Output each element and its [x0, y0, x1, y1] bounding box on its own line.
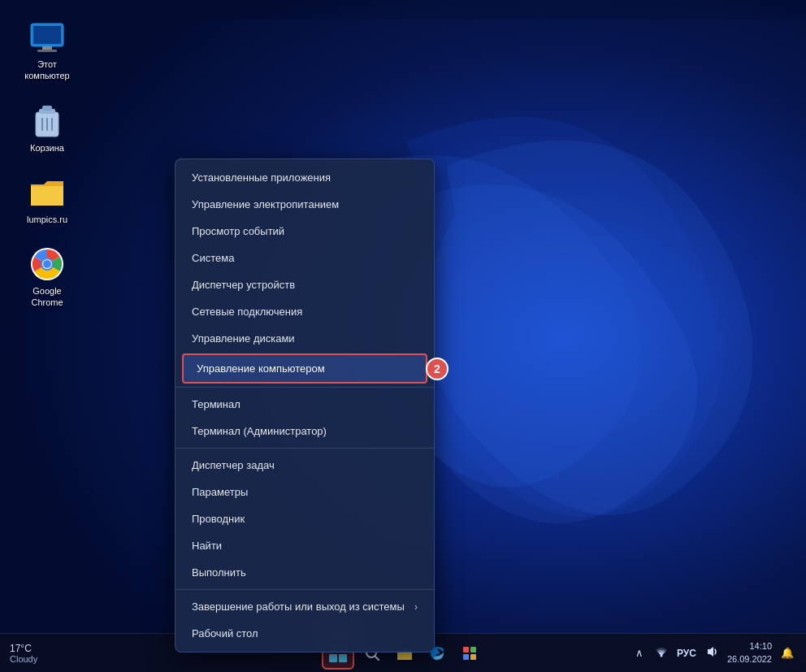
desktop-icon-google-chrome[interactable]: Google Chrome	[15, 243, 80, 312]
desktop-icon-lumpics[interactable]: lumpics.ru	[15, 171, 80, 228]
menu-divider-1	[176, 387, 434, 388]
menu-item-explorer[interactable]: Проводник	[176, 505, 434, 532]
clock-time: 14:10	[727, 640, 772, 652]
svg-rect-16	[470, 647, 476, 652]
menu-item-power-mgmt[interactable]: Управление электропитанием	[176, 191, 434, 218]
chrome-icon	[29, 246, 65, 282]
svg-rect-3	[42, 46, 52, 50]
svg-rect-18	[470, 654, 476, 660]
volume-tray-icon[interactable]	[703, 644, 721, 661]
context-menu: Установленные приложения Управление элек…	[175, 158, 435, 652]
menu-item-terminal[interactable]: Терминал	[176, 391, 434, 418]
clock-date: 26.09.2022	[727, 653, 772, 665]
menu-item-run[interactable]: Выполнить	[176, 559, 434, 586]
menu-divider-3	[176, 589, 434, 590]
svg-rect-17	[463, 654, 469, 660]
taskbar-right-area: ∧ РУС 14:10 26.09.2022	[633, 640, 796, 665]
weather-temp: 17°C	[10, 643, 32, 654]
desktop-icon-recycle-bin[interactable]: Корзина	[15, 100, 80, 157]
menu-item-network-connections[interactable]: Сетевые подключения	[176, 298, 434, 325]
menu-divider-2	[176, 448, 434, 449]
tray-expand-icon[interactable]: ∧	[633, 645, 646, 661]
taskbar-left: 17°C Cloudy	[10, 643, 42, 664]
language-indicator[interactable]: РУС	[677, 648, 696, 659]
weather-widget[interactable]: 17°C Cloudy	[10, 643, 37, 664]
network-tray-icon[interactable]	[652, 644, 670, 661]
menu-arrow-shutdown: ›	[414, 601, 418, 613]
desktop-icon-this-computer[interactable]: Этот компьютер	[15, 16, 80, 85]
svg-rect-4	[37, 50, 57, 52]
svg-point-11	[43, 260, 51, 268]
desktop: Этот компьютер Корзина lu	[0, 0, 806, 672]
menu-item-event-viewer[interactable]: Просмотр событий	[176, 218, 434, 245]
menu-item-terminal-admin[interactable]: Терминал (Администратор)	[176, 418, 434, 444]
svg-line-13	[375, 656, 379, 660]
desktop-icons-area: Этот компьютер Корзина lu	[15, 16, 80, 312]
menu-item-desktop[interactable]: Рабочий стол	[176, 620, 434, 647]
desktop-icon-label-this-computer: Этот компьютер	[18, 59, 76, 82]
computer-icon	[29, 20, 65, 55]
folder-icon	[29, 175, 65, 210]
svg-rect-2	[33, 26, 61, 44]
menu-item-disk-management[interactable]: Управление дисками	[176, 325, 434, 352]
menu-item-computer-management[interactable]: Управление компьютером	[182, 353, 427, 384]
svg-point-19	[660, 655, 662, 657]
apps-taskbar-button[interactable]	[455, 639, 484, 668]
desktop-icon-label-recycle-bin: Корзина	[30, 142, 64, 154]
system-clock[interactable]: 14:10 26.09.2022	[727, 640, 772, 665]
desktop-icon-label-google-chrome: Google Chrome	[18, 285, 76, 309]
menu-item-shutdown[interactable]: Завершение работы или выход из системы ›	[176, 593, 434, 620]
desktop-icon-label-lumpics: lumpics.ru	[27, 214, 67, 225]
menu-item-installed-apps[interactable]: Установленные приложения	[176, 164, 434, 191]
svg-rect-7	[42, 106, 52, 111]
menu-item-settings[interactable]: Параметры	[176, 479, 434, 505]
menu-item-system[interactable]: Система	[176, 245, 434, 271]
svg-rect-15	[463, 647, 469, 652]
menu-item-device-manager[interactable]: Диспетчер устройств	[176, 271, 434, 298]
weather-condition: Cloudy	[10, 654, 37, 664]
notification-tray-icon[interactable]: 🔔	[778, 645, 796, 661]
menu-item-search[interactable]: Найти	[176, 532, 434, 559]
recycle-bin-icon	[29, 103, 65, 139]
menu-item-task-manager[interactable]: Диспетчер задач	[176, 452, 434, 479]
badge-2: 2	[426, 358, 448, 380]
